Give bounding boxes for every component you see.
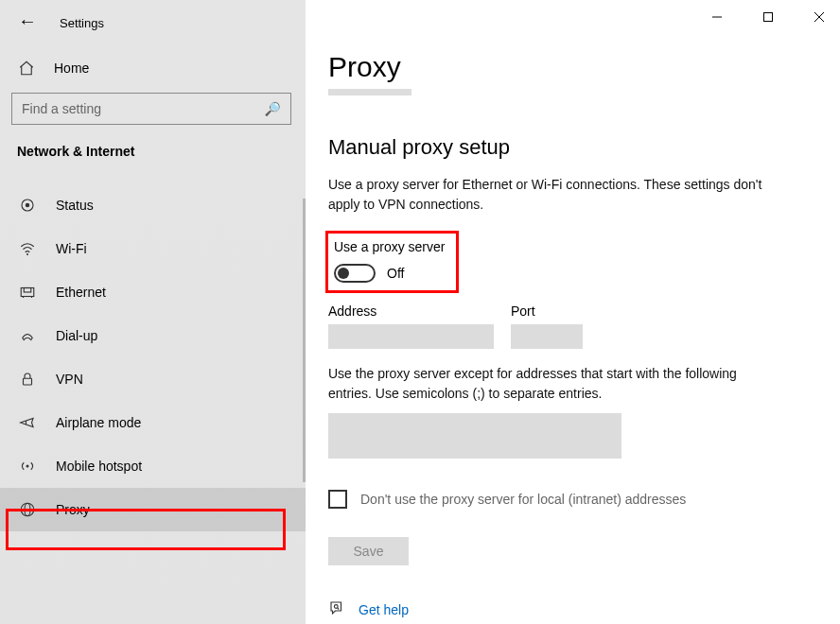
- home-icon: [18, 60, 35, 77]
- description: Use a proxy server for Ethernet or Wi-Fi…: [328, 175, 782, 215]
- get-help-link[interactable]: Get help: [359, 602, 409, 617]
- svg-point-0: [26, 203, 30, 208]
- port-label: Port: [511, 303, 583, 319]
- sidebar-item-label: Status: [56, 198, 94, 213]
- local-bypass-row[interactable]: Don't use the proxy server for local (in…: [328, 490, 823, 509]
- hotspot-icon: [18, 458, 37, 475]
- sidebar-item-label: Mobile hotspot: [56, 459, 142, 474]
- app-title: Settings: [60, 16, 104, 30]
- proxy-toggle-block: Use a proxy server Off: [328, 234, 456, 290]
- maximize-button[interactable]: [755, 6, 781, 28]
- sidebar-item-label: Ethernet: [56, 285, 106, 300]
- sidebar-item-airplane[interactable]: Airplane mode: [0, 401, 306, 444]
- sidebar-item-label: Dial-up: [56, 328, 97, 343]
- sidebar-item-status[interactable]: Status: [0, 183, 306, 227]
- dialup-icon: [18, 327, 37, 344]
- proxy-toggle[interactable]: [334, 264, 376, 283]
- search-box[interactable]: 🔍: [11, 93, 291, 125]
- svg-point-16: [334, 605, 338, 609]
- address-label: Address: [328, 303, 494, 319]
- back-arrow-icon[interactable]: ←: [18, 11, 37, 30]
- sidebar-item-label: Airplane mode: [56, 415, 141, 430]
- sidebar: ← Settings Home 🔍 Network & Internet Sta…: [0, 0, 306, 624]
- close-button[interactable]: [806, 6, 832, 28]
- svg-point-8: [26, 465, 29, 468]
- save-button[interactable]: Save: [328, 537, 409, 565]
- help-row[interactable]: Get help: [328, 599, 823, 619]
- svg-point-2: [26, 253, 28, 255]
- section-heading: Network & Internet: [0, 125, 306, 166]
- page-title: Proxy: [328, 51, 823, 83]
- sidebar-item-ethernet[interactable]: Ethernet: [0, 270, 306, 314]
- sidebar-item-hotspot[interactable]: Mobile hotspot: [0, 444, 306, 488]
- window-controls: [704, 6, 832, 28]
- toggle-knob: [338, 268, 349, 279]
- nav-list: Status Wi-Fi Ethernet Dial-up: [0, 183, 306, 531]
- svg-rect-7: [24, 378, 32, 385]
- settings-window: ← Settings Home 🔍 Network & Internet Sta…: [0, 0, 840, 624]
- address-field-col: Address: [328, 303, 494, 349]
- sidebar-item-vpn[interactable]: VPN: [0, 357, 306, 401]
- local-bypass-checkbox[interactable]: [328, 490, 347, 509]
- sidebar-item-wifi[interactable]: Wi-Fi: [0, 227, 306, 270]
- search-input[interactable]: [22, 101, 265, 116]
- port-input[interactable]: [511, 324, 583, 349]
- sidebar-item-label: VPN: [56, 372, 83, 387]
- address-input[interactable]: [328, 324, 494, 349]
- svg-rect-4: [24, 288, 31, 293]
- local-bypass-label: Don't use the proxy server for local (in…: [360, 492, 686, 507]
- subheading: Manual proxy setup: [328, 135, 823, 160]
- content-area: Proxy Manual proxy setup Use a proxy ser…: [306, 0, 840, 624]
- annotation-highlight: [325, 231, 459, 293]
- vpn-icon: [18, 371, 37, 388]
- search-icon: 🔍: [265, 101, 281, 116]
- exceptions-label: Use the proxy server except for addresse…: [328, 364, 782, 404]
- port-field-col: Port: [511, 303, 583, 349]
- title-underline: [328, 89, 411, 95]
- title-bar: ← Settings: [0, 0, 306, 43]
- ethernet-icon: [18, 284, 37, 301]
- airplane-icon: [18, 414, 37, 431]
- search-container: 🔍: [0, 93, 306, 125]
- wifi-icon: [18, 240, 37, 257]
- help-icon: [328, 599, 345, 619]
- sidebar-item-label: Wi-Fi: [56, 241, 87, 256]
- svg-line-17: [338, 608, 340, 610]
- sidebar-item-dialup[interactable]: Dial-up: [0, 314, 306, 357]
- minimize-button[interactable]: [704, 6, 730, 28]
- address-port-row: Address Port: [328, 303, 823, 349]
- home-nav[interactable]: Home: [0, 49, 306, 87]
- exceptions-input[interactable]: [328, 413, 621, 459]
- annotation-highlight: [6, 509, 286, 550]
- svg-rect-13: [764, 13, 773, 22]
- status-icon: [18, 197, 37, 214]
- home-label: Home: [54, 61, 89, 76]
